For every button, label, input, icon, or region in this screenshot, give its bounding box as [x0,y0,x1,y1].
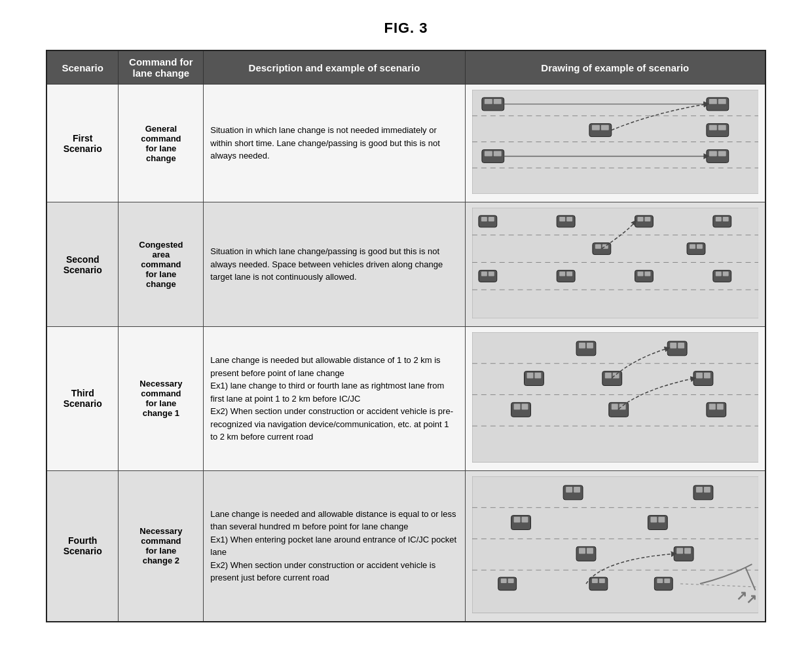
svg-rect-100 [658,517,665,523]
svg-rect-9 [718,99,726,104]
svg-rect-8 [709,99,716,104]
svg-rect-111 [592,579,598,583]
svg-rect-5 [484,99,492,104]
svg-rect-39 [595,244,600,249]
svg-rect-97 [521,517,528,523]
svg-rect-15 [718,125,726,130]
svg-rect-82 [709,404,715,409]
svg-rect-33 [637,217,643,221]
header-scenario: Scenario [46,50,119,85]
svg-rect-52 [644,271,650,276]
svg-rect-27 [481,217,487,221]
svg-rect-93 [696,487,703,493]
svg-rect-76 [513,404,520,409]
scenario-name-3: ThirdScenario [46,327,119,471]
svg-rect-51 [637,271,643,276]
scenario-name-4: FourthScenario [46,470,119,621]
svg-rect-90 [566,487,572,493]
svg-rect-77 [521,404,528,409]
table-row: FourthScenario Necessarycommandfor lanec… [46,470,766,621]
road-svg-2 [472,208,758,318]
header-drawing: Drawing of example of scenario [465,50,766,85]
drawing-4: ↗ ↗ [465,470,766,621]
desc-3: Lane change is needed but allowable dist… [204,327,465,471]
svg-rect-31 [566,217,572,221]
table-row: ThirdScenario Necessarycommandfor lanech… [46,327,766,471]
svg-rect-108 [500,579,506,583]
svg-rect-102 [579,548,585,554]
svg-rect-34 [644,217,650,221]
svg-rect-94 [703,487,710,493]
command-1: Generalcommandfor lanechange [119,85,204,202]
svg-rect-20 [709,151,716,156]
svg-rect-21 [718,151,726,156]
command-2: Congestedareacommandfor lanechange [119,202,204,327]
desc-2: Situation in which lane change/passing i… [204,202,465,327]
svg-text:↗: ↗ [745,592,756,606]
svg-rect-67 [526,373,533,379]
svg-rect-106 [684,548,691,554]
road-svg-1 [472,90,758,194]
table-header-row: Scenario Command for lane change Descrip… [46,50,766,85]
svg-rect-28 [488,217,494,221]
svg-rect-14 [709,125,716,130]
drawing-2 [465,202,766,327]
svg-rect-12 [600,125,608,130]
svg-rect-49 [566,271,572,276]
svg-rect-30 [559,217,565,221]
svg-rect-64 [670,343,676,349]
svg-rect-43 [697,244,703,249]
svg-rect-62 [587,343,593,349]
svg-rect-99 [650,517,657,523]
scenario-name-1: FirstScenario [46,85,119,202]
command-3: Necessarycommandfor lanechange 1 [119,327,204,471]
svg-rect-65 [678,343,684,349]
drawing-3 [465,327,766,471]
svg-rect-74 [703,373,710,379]
svg-rect-71 [612,373,619,379]
drawing-1 [465,85,766,202]
desc-1: Situation in which lane change is not ne… [204,85,465,202]
svg-rect-105 [676,548,683,554]
desc-4: Lane change is needed and allowable dist… [204,470,465,621]
svg-rect-18 [493,151,501,156]
svg-rect-56 [472,332,758,463]
road-svg-3 [472,332,758,463]
svg-rect-91 [574,487,580,493]
svg-rect-42 [690,244,695,249]
svg-rect-103 [587,548,593,554]
svg-rect-73 [696,373,703,379]
svg-rect-45 [481,271,487,276]
svg-rect-11 [592,125,600,130]
svg-rect-112 [599,579,604,583]
table-row: SecondScenario Congestedareacommandfor l… [46,202,766,327]
svg-rect-70 [604,373,611,379]
scenario-name-2: SecondScenario [46,202,119,327]
road-svg-4: ↗ ↗ [472,476,758,613]
header-description: Description and example of scenario [204,50,465,85]
svg-rect-114 [657,579,663,583]
svg-rect-17 [484,151,492,156]
svg-rect-109 [507,579,513,583]
header-command: Command for lane change [119,50,204,85]
svg-rect-36 [715,217,721,221]
svg-rect-83 [716,404,723,409]
table-row: FirstScenario Generalcommandfor lanechan… [46,85,766,202]
svg-rect-68 [534,373,541,379]
main-table: Scenario Command for lane change Descrip… [46,50,766,622]
svg-rect-96 [513,517,520,523]
command-4: Necessarycommandfor lanechange 2 [119,470,204,621]
svg-rect-54 [715,271,721,276]
svg-rect-79 [611,404,618,409]
svg-rect-46 [488,271,494,276]
svg-rect-6 [493,99,501,104]
svg-rect-48 [559,271,565,276]
svg-rect-84 [472,476,758,613]
svg-rect-55 [722,271,728,276]
figure-title: FIG. 3 [384,20,428,37]
svg-rect-61 [579,343,585,349]
svg-rect-115 [664,579,670,583]
svg-rect-37 [722,217,728,221]
